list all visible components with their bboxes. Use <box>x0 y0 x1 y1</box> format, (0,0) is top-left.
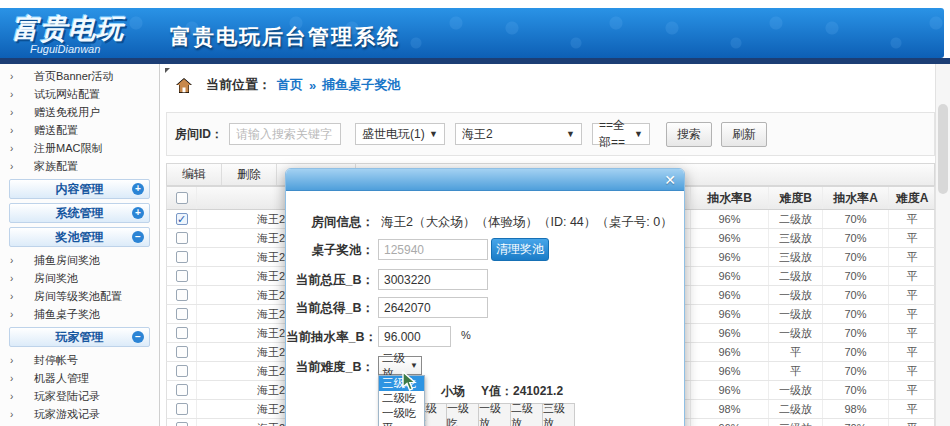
home-icon <box>176 78 192 93</box>
row-checkbox-cell <box>167 400 197 418</box>
sidebar-item-label: 注册MAC限制 <box>34 142 102 154</box>
rake-b-cell: 98% <box>691 400 769 418</box>
diff-b-cell: 二级放 <box>769 267 823 285</box>
difficulty-option[interactable]: 一级吃 <box>379 406 424 421</box>
logo-text-cn: 富贵电玩 <box>12 11 162 47</box>
delete-button[interactable]: 删除 <box>222 164 277 185</box>
scrollbar-thumb[interactable] <box>938 104 948 194</box>
row-checkbox[interactable] <box>176 346 188 358</box>
difficulty-option[interactable]: 二级吃 <box>379 391 424 406</box>
select-all-cell <box>167 187 197 209</box>
row-checkbox-cell <box>167 362 197 380</box>
row-checkbox[interactable] <box>176 403 188 415</box>
top-banner: 富贵电玩 FuguiDianwan 富贵电玩后台管理系统 <box>0 8 944 58</box>
diff-b-cell: 一级放 <box>769 286 823 304</box>
rake-a-header: 抽水率A <box>823 187 889 209</box>
sidebar-item-label: 赠送配置 <box>34 124 78 136</box>
minus-icon[interactable]: − <box>132 331 144 343</box>
sidebar-item[interactable]: ›家族配置 <box>0 157 159 175</box>
table-pool-input[interactable] <box>378 239 488 260</box>
plus-icon[interactable]: + <box>132 183 144 195</box>
chevron-right-icon: › <box>10 140 34 158</box>
row-checkbox[interactable] <box>176 251 188 263</box>
diff-b-cell: 平 <box>769 343 823 361</box>
clear-pool-modal-button[interactable]: 清理奖池 <box>491 238 549 261</box>
sidebar-item[interactable]: ›试玩网站配置 <box>0 85 159 103</box>
difficulty-option[interactable]: 平 <box>379 421 424 426</box>
edit-pool-dialog: ✕ 房间信息： 海王2（大众场）（体验场）（ID: 44）（桌子号: 0） 桌子… <box>285 168 685 426</box>
sidebar-item[interactable]: ›房间等级奖池配置 <box>0 287 159 305</box>
diff-b-cell: 一级放 <box>769 324 823 342</box>
rake-a-cell: 70% <box>823 267 889 285</box>
breadcrumb-current: 捕鱼桌子奖池 <box>322 76 400 94</box>
close-icon[interactable]: ✕ <box>664 171 676 189</box>
sidebar-item[interactable]: ›房间奖池 <box>0 269 159 287</box>
minus-icon[interactable]: − <box>132 231 144 243</box>
sidebar-item[interactable]: ›玩家游戏记录 <box>0 405 159 423</box>
row-checkbox[interactable] <box>176 270 188 282</box>
all-filter-select[interactable]: ==全部== ▼ <box>592 123 650 145</box>
row-checkbox[interactable] <box>176 289 188 301</box>
total-win-input[interactable] <box>378 297 488 318</box>
app-window: 富贵电玩 FuguiDianwan 富贵电玩后台管理系统 ›首页Banner活动… <box>0 0 950 426</box>
row-checkbox[interactable]: ✓ <box>176 213 188 225</box>
rake-a-cell: 70% <box>823 286 889 304</box>
mouse-cursor <box>401 371 419 393</box>
scene-info: 小场Y值：241021.2 <box>441 383 563 400</box>
chevron-right-icon: › <box>10 158 34 176</box>
refresh-button[interactable]: 刷新 <box>721 122 767 147</box>
sidebar-item-label: 家族配置 <box>34 160 78 172</box>
row-checkbox-cell <box>167 343 197 361</box>
rake-rate-input[interactable] <box>378 326 451 347</box>
edit-button[interactable]: 编辑 <box>167 164 222 185</box>
row-checkbox[interactable] <box>176 365 188 377</box>
sidebar-item[interactable]: ›机器人管理 <box>0 369 159 387</box>
room-select[interactable]: 海王2 ▼ <box>455 123 582 145</box>
sidebar-item[interactable]: ›赠送免税用户 <box>0 103 159 121</box>
search-button[interactable]: 搜索 <box>666 122 712 147</box>
sidebar-item[interactable]: ›捕鱼房间奖池 <box>0 251 159 269</box>
room-id-input[interactable] <box>229 123 341 145</box>
total-win-label: 当前总得_B： <box>286 297 374 319</box>
difficulty-row: 当前难度_B： 二级放 ▼ <box>286 356 684 380</box>
row-checkbox[interactable] <box>176 384 188 396</box>
sidebar-item[interactable]: ›注册MAC限制 <box>0 139 159 157</box>
sidebar-item[interactable]: ›玩家登陆记录 <box>0 387 159 405</box>
sidebar-item[interactable]: ›赠送配置 <box>0 121 159 139</box>
rake-b-cell: 96% <box>691 305 769 323</box>
collapse-sidebar-icon[interactable] <box>165 68 170 73</box>
all-filter-value: ==全部== <box>599 117 634 151</box>
row-checkbox[interactable] <box>176 422 188 426</box>
rake-a-cell: 70% <box>823 381 889 399</box>
sidebar-item[interactable]: ›首页Banner活动 <box>0 67 159 85</box>
diff-a-cell: 平 <box>889 419 936 426</box>
rake-b-cell: 96% <box>691 381 769 399</box>
rake-a-cell: 70% <box>823 362 889 380</box>
sidebar-group[interactable]: 玩家管理− <box>9 327 150 347</box>
chevron-right-icon: › <box>10 306 34 324</box>
row-checkbox-cell <box>167 419 197 426</box>
select-all-checkbox[interactable] <box>176 192 188 204</box>
vertical-scrollbar[interactable] <box>935 64 950 426</box>
sidebar-item[interactable]: ›封停帐号 <box>0 351 159 369</box>
sidebar-item-label: 首页Banner活动 <box>34 70 113 82</box>
sidebar-group[interactable]: 内容管理+ <box>9 179 150 199</box>
diff-a-cell: 平 <box>889 362 936 380</box>
breadcrumb-home-link[interactable]: 首页 <box>277 76 303 94</box>
sidebar-group[interactable]: 奖池管理− <box>9 227 150 247</box>
rake-b-cell: 96% <box>691 248 769 266</box>
diff-a-cell: 平 <box>889 381 936 399</box>
row-checkbox[interactable] <box>176 327 188 339</box>
sidebar-group[interactable]: 系统管理+ <box>9 203 150 223</box>
chevron-down-icon: ▼ <box>634 129 643 139</box>
sidebar-item[interactable]: ›捕鱼桌子奖池 <box>0 305 159 323</box>
platform-select[interactable]: 盛世电玩(1) ▼ <box>355 123 445 145</box>
rake-a-cell: 70% <box>823 305 889 323</box>
row-checkbox[interactable] <box>176 232 188 244</box>
sidebar-item-label: 房间等级奖池配置 <box>34 290 122 302</box>
total-bet-input[interactable] <box>378 269 488 290</box>
row-checkbox[interactable] <box>176 308 188 320</box>
plus-icon[interactable]: + <box>132 207 144 219</box>
difficulty-grid-cell: 三级放 <box>542 403 575 426</box>
chevron-right-icon: › <box>10 352 34 370</box>
